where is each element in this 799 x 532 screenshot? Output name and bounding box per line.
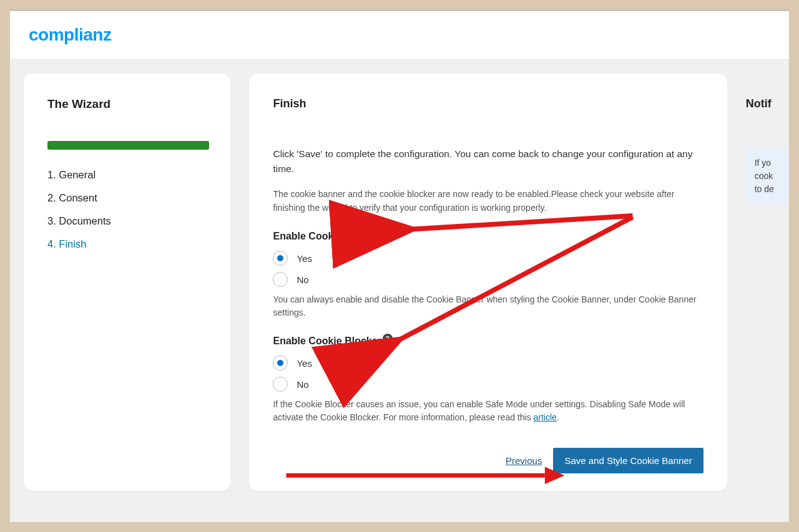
cookie-banner-no-row[interactable]: No	[273, 272, 703, 287]
notif-line: If yo	[755, 157, 789, 170]
step-finish[interactable]: 4. Finish	[47, 233, 209, 256]
notifications-panel: Notif If yo cook to de	[746, 74, 789, 491]
save-button[interactable]: Save and Style Cookie Banner	[553, 448, 703, 473]
cookie-blocker-no-row[interactable]: No	[273, 377, 703, 392]
step-consent[interactable]: 2. Consent	[47, 186, 209, 210]
cookie-blocker-hint: If the Cookie Blocker causes an issue, y…	[273, 398, 703, 424]
cookie-banner-hint: You can always enable and disable the Co…	[273, 293, 703, 319]
notification-item: If yo cook to de	[746, 148, 789, 205]
cookie-blocker-label: Enable Cookie Blocker ?	[273, 336, 392, 347]
radio-label-yes: Yes	[297, 253, 311, 264]
brand-logo: complianz	[29, 25, 111, 45]
cookie-banner-yes-row[interactable]: Yes	[273, 251, 703, 266]
wizard-main: Finish Click 'Save' to complete the conf…	[249, 74, 727, 491]
header: complianz	[10, 10, 789, 60]
step-general[interactable]: 1. General	[47, 163, 209, 186]
help-icon[interactable]: ?	[383, 334, 393, 344]
cookie-banner-label-text: Enable Cookie Banner	[273, 231, 379, 242]
radio-label-no: No	[297, 379, 308, 390]
hint-pre: If the Cookie Blocker causes an issue, y…	[273, 399, 685, 422]
wizard-sidebar: The Wizard 1. General 2. Consent 3. Docu…	[24, 74, 230, 491]
radio-icon	[273, 355, 288, 370]
action-row: Previous Save and Style Cookie Banner	[273, 448, 703, 473]
svg-line-1	[410, 216, 633, 230]
radio-icon	[273, 251, 288, 266]
sidebar-title: The Wizard	[47, 97, 209, 111]
field-cookie-banner: Enable Cookie Banner ? Yes No You can al…	[273, 231, 703, 319]
description-text: The cookie banner and the cookie blocker…	[273, 188, 703, 215]
progress-bar	[47, 141, 209, 150]
step-documents[interactable]: 3. Documents	[47, 210, 209, 233]
notif-line: cook	[755, 170, 789, 183]
notifications-title: Notif	[746, 97, 789, 110]
radio-icon	[273, 377, 288, 392]
hint-post: .	[557, 412, 559, 422]
intro-text: Click 'Save' to complete the configurati…	[273, 147, 703, 177]
notif-line: to de	[755, 183, 789, 196]
cookie-blocker-label-text: Enable Cookie Blocker	[273, 336, 381, 347]
previous-link[interactable]: Previous	[506, 455, 542, 466]
wizard-steps: 1. General 2. Consent 3. Documents 4. Fi…	[47, 163, 209, 256]
radio-label-yes: Yes	[297, 358, 311, 369]
cookie-banner-label: Enable Cookie Banner ?	[273, 231, 390, 242]
page-title: Finish	[273, 97, 703, 110]
article-link[interactable]: article	[534, 412, 557, 422]
help-icon[interactable]: ?	[380, 229, 390, 239]
radio-icon	[273, 272, 288, 287]
cookie-blocker-yes-row[interactable]: Yes	[273, 355, 703, 370]
radio-label-no: No	[297, 274, 308, 285]
field-cookie-blocker: Enable Cookie Blocker ? Yes No If the Co…	[273, 336, 703, 424]
